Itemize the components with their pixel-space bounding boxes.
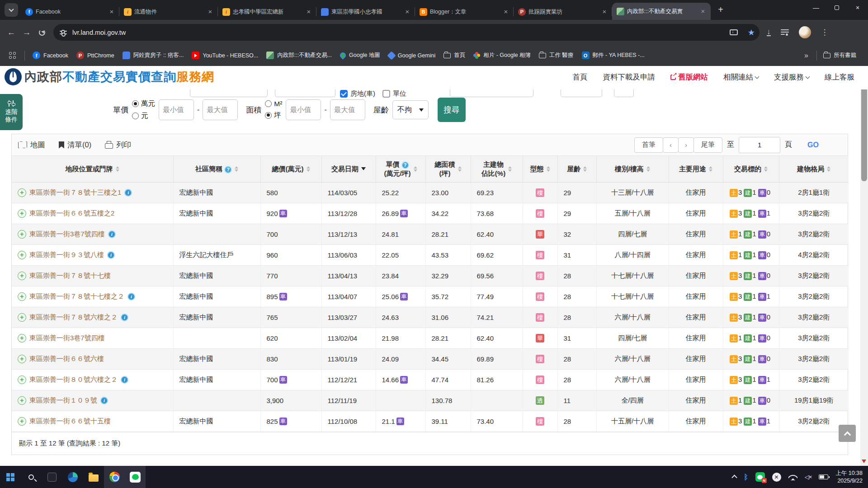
nav-item[interactable]: 相關連結 xyxy=(723,72,759,82)
battery-icon[interactable] xyxy=(819,474,828,479)
sort-icon[interactable] xyxy=(116,166,119,172)
expand-row-button[interactable]: + xyxy=(18,313,26,322)
bookmark-item[interactable]: Google 地圖 xyxy=(336,49,384,62)
taskbar-explorer-button[interactable] xyxy=(83,466,104,488)
first-page-button[interactable]: 首筆 xyxy=(634,137,663,153)
bookmark-item[interactable]: 工作 醫療 xyxy=(535,49,577,62)
volume-muted-icon[interactable]: ◁× xyxy=(805,474,812,480)
all-bookmarks-button[interactable]: 所有書籤 xyxy=(821,52,863,59)
expand-row-button[interactable]: + xyxy=(18,272,26,280)
tab-close-icon[interactable]: × xyxy=(600,8,609,16)
maximize-button[interactable] xyxy=(826,0,847,15)
info-icon[interactable]: i xyxy=(107,251,115,259)
sort-icon[interactable] xyxy=(235,166,238,172)
sort-icon[interactable] xyxy=(646,166,650,172)
downloads-icon[interactable]: ↓ xyxy=(767,29,771,36)
column-header[interactable]: 主建物佔比(%) xyxy=(471,156,523,182)
column-header[interactable]: 屋齡 xyxy=(557,156,596,182)
forward-button[interactable]: → xyxy=(19,25,34,40)
page-scrollbar[interactable] xyxy=(860,66,868,466)
column-header[interactable]: 總價(萬元) xyxy=(260,156,321,182)
filter-input-cutoff[interactable] xyxy=(561,89,602,97)
bookmark-star-icon[interactable]: ★ xyxy=(748,28,755,38)
address-link[interactable]: 東區崇善一街3巷7號四樓 xyxy=(29,334,105,343)
sort-icon[interactable] xyxy=(547,166,550,172)
bookmark-item[interactable]: 內政部:::不動產交易... xyxy=(262,49,336,62)
expand-row-button[interactable]: + xyxy=(18,396,26,405)
scrollbar-thumb[interactable] xyxy=(861,75,867,181)
page-number-input[interactable] xyxy=(739,137,780,153)
prev-page-button[interactable]: ‹ xyxy=(663,137,679,153)
site-logo[interactable]: 內政部不動產交易實價查詢服務網 xyxy=(5,68,214,85)
sort-icon[interactable] xyxy=(583,166,587,172)
apps-grid-icon[interactable] xyxy=(9,52,16,59)
go-button[interactable]: GO xyxy=(803,138,823,152)
info-icon[interactable]: i xyxy=(121,376,128,384)
taskbar-clock[interactable]: 上午 10:38 2025/9/22 xyxy=(835,469,863,485)
expand-row-button[interactable]: + xyxy=(18,188,26,197)
checkbox-checked-icon[interactable] xyxy=(340,90,348,98)
filter-input-cutoff[interactable] xyxy=(275,89,335,97)
bookmark-item[interactable]: PPttChrome xyxy=(72,49,118,62)
browser-tab[interactable]: f Facebook × xyxy=(21,4,119,20)
column-header[interactable]: 單價 ?(萬元/坪) xyxy=(376,156,425,182)
radio-yuan[interactable]: 元 xyxy=(132,111,155,121)
sort-icon[interactable] xyxy=(709,166,712,172)
nav-item[interactable]: 支援服務 xyxy=(774,72,809,82)
expand-row-button[interactable]: + xyxy=(18,292,26,301)
address-link[interactable]: 東區崇善一街８０號六樓之２ xyxy=(29,375,118,384)
info-icon[interactable]: i xyxy=(100,397,108,404)
back-button[interactable]: ← xyxy=(4,25,19,40)
tab-close-icon[interactable]: × xyxy=(108,8,116,16)
profile-avatar[interactable] xyxy=(799,26,811,38)
area-min-input[interactable] xyxy=(286,99,321,120)
install-app-icon[interactable] xyxy=(730,29,738,35)
close-button[interactable]: × xyxy=(847,0,868,15)
browser-tab[interactable]: i 忠孝國中學區宏總新 × xyxy=(218,4,316,20)
expand-row-button[interactable]: + xyxy=(18,230,26,239)
taskbar-chrome-button[interactable] xyxy=(104,466,125,488)
tab-close-icon[interactable]: × xyxy=(206,8,214,16)
expand-row-button[interactable]: + xyxy=(18,375,26,384)
browser-tab[interactable]: 內政部:::不動產交易實 × xyxy=(612,3,711,20)
tray-expand-icon[interactable] xyxy=(731,475,737,481)
address-link[interactable]: 東區崇善一街７８號十三樓之1 xyxy=(29,188,121,197)
column-header[interactable]: 樓別/樓高 xyxy=(596,156,669,182)
taskbar-line-button[interactable] xyxy=(125,466,146,488)
bluetooth-icon[interactable]: ᛒ xyxy=(744,473,748,481)
expand-row-button[interactable]: + xyxy=(18,334,26,343)
column-header[interactable]: 交易日期 xyxy=(321,156,376,182)
sort-icon[interactable] xyxy=(307,166,310,172)
address-link[interactable]: 東區崇善一街3巷7號四樓 xyxy=(29,230,105,239)
expand-row-button[interactable]: + xyxy=(18,355,26,363)
help-icon[interactable]: ? xyxy=(401,161,409,169)
close-circle-icon[interactable]: ✕ xyxy=(772,473,781,482)
taskbar-edge-button[interactable] xyxy=(62,466,83,488)
sort-icon[interactable] xyxy=(764,166,768,172)
nav-item[interactable]: 線上客服 xyxy=(825,72,854,82)
line-tray-icon[interactable]: N xyxy=(755,472,765,482)
tab-search-button[interactable] xyxy=(5,3,18,17)
address-link[interactable]: 東區崇善一街９３號八樓 xyxy=(29,251,104,259)
back-to-top-button[interactable] xyxy=(839,425,856,442)
url-text[interactable]: lvr.land.moi.gov.tw xyxy=(72,29,730,36)
expand-row-button[interactable]: + xyxy=(18,417,26,426)
new-tab-button[interactable]: + xyxy=(714,4,727,16)
browser-tab[interactable]: B Blogger：文章 × xyxy=(415,4,514,20)
tab-close-icon[interactable]: × xyxy=(305,8,313,16)
site-info-icon[interactable] xyxy=(60,30,67,35)
advanced-filter-tab[interactable]: 進階條件 xyxy=(0,94,23,130)
address-link[interactable]: 東區崇善一街１０９號 xyxy=(29,396,97,405)
column-header[interactable]: 地段位置或門牌 xyxy=(12,156,173,182)
tab-close-icon[interactable]: × xyxy=(502,8,510,16)
info-icon[interactable]: i xyxy=(108,230,116,238)
filter-input-cutoff[interactable] xyxy=(614,89,634,97)
bookmark-item[interactable]: YouTube - HEBESO... xyxy=(188,49,262,62)
bookmark-item[interactable]: 首頁 xyxy=(439,49,469,62)
radio-wan-yuan[interactable]: 萬元 xyxy=(132,99,155,108)
browser-tab[interactable]: i 流通物件 × xyxy=(119,4,218,20)
bookmark-item[interactable]: fFacebook xyxy=(28,49,72,62)
column-header[interactable]: 社區簡稱 ? xyxy=(173,156,260,182)
address-link[interactable]: 東區崇善一街６６號十五樓 xyxy=(29,417,111,426)
address-link[interactable]: 東區崇善一街６６號六樓 xyxy=(29,355,104,363)
